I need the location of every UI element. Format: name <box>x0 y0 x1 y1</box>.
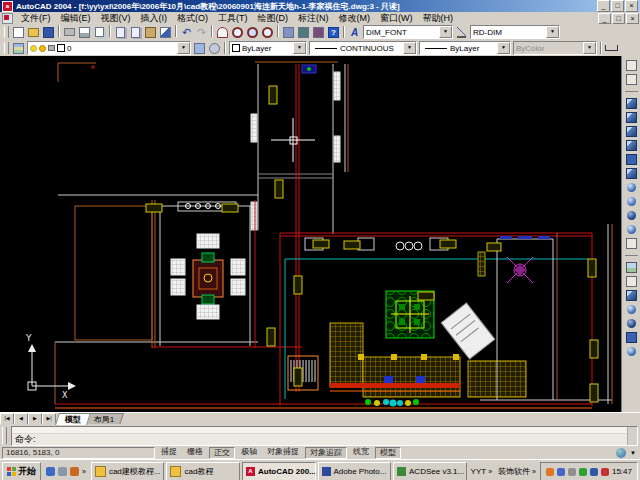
cut-icon[interactable] <box>113 25 128 39</box>
document-icon[interactable] <box>2 13 13 24</box>
scanner-icon[interactable] <box>568 468 576 476</box>
match-properties-icon[interactable] <box>158 25 173 39</box>
text-style-icon[interactable] <box>347 25 362 39</box>
volume-icon[interactable] <box>557 468 565 476</box>
chevron-down-icon[interactable]: ▼ <box>403 42 416 54</box>
toggle-对象追踪[interactable]: 对象追踪 <box>305 447 347 459</box>
chevron-icon[interactable]: » <box>82 468 86 475</box>
toggle-栅格[interactable]: 栅格 <box>183 447 207 457</box>
toolbar-grip[interactable] <box>4 26 9 38</box>
command-prompt[interactable]: 命令: <box>12 434 637 445</box>
menu-item-4[interactable]: 格式(O) <box>172 13 213 23</box>
tool-palettes-icon[interactable] <box>311 25 326 39</box>
help-icon[interactable] <box>326 25 341 39</box>
lineweight-combo[interactable]: ByLayer ▼ <box>419 41 511 55</box>
dim-style-icon[interactable] <box>454 25 469 39</box>
communication-center-icon[interactable] <box>616 448 626 458</box>
make-object-layer-current-icon[interactable] <box>192 41 207 55</box>
zoom-previous-icon[interactable] <box>260 25 275 39</box>
sw-isometric-icon[interactable] <box>624 96 639 110</box>
scenes-icon[interactable] <box>624 274 639 288</box>
menu-item-5[interactable]: 工具(T) <box>213 13 253 23</box>
render-box-icon[interactable] <box>624 288 639 302</box>
show-desktop-icon[interactable] <box>58 467 67 476</box>
publish-icon[interactable] <box>92 25 107 39</box>
gouraud-shaded-edges-icon[interactable] <box>624 222 639 236</box>
chevron-icon[interactable]: » <box>532 468 536 475</box>
toggle-模型[interactable]: 模型 <box>375 447 401 459</box>
save-icon[interactable] <box>41 25 56 39</box>
lights-icon[interactable] <box>624 302 639 316</box>
menu-item-10[interactable]: 帮助(H) <box>418 13 459 23</box>
messenger-icon[interactable] <box>601 468 609 476</box>
pan-realtime-icon[interactable] <box>215 25 230 39</box>
chevron-icon[interactable]: » <box>488 468 492 475</box>
background-icon[interactable] <box>624 344 639 358</box>
hide-icon[interactable] <box>624 152 639 166</box>
drawing-area[interactable]: YX <box>0 56 640 412</box>
firewall-shield-icon[interactable] <box>590 468 598 476</box>
menu-item-1[interactable]: 编辑(E) <box>56 13 96 23</box>
media-player-icon[interactable] <box>70 467 79 476</box>
status-menu-arrow-icon[interactable]: ▼ <box>628 450 638 456</box>
mapping-icon[interactable] <box>624 330 639 344</box>
design-center-icon[interactable] <box>296 25 311 39</box>
doc-close-button[interactable]: × <box>626 13 639 24</box>
linear-dimension-icon[interactable] <box>604 41 619 55</box>
layer-properties-icon[interactable] <box>11 41 26 55</box>
input-method-icon[interactable] <box>546 468 554 476</box>
chevron-down-icon[interactable]: ▼ <box>293 42 306 54</box>
menu-item-7[interactable]: 标注(N) <box>293 13 334 23</box>
toggle-对象捕捉[interactable]: 对象捕捉 <box>263 447 303 457</box>
color-control-combo[interactable]: ByLayer ▼ <box>229 41 307 55</box>
restore-button[interactable]: □ <box>611 0 624 12</box>
properties-icon[interactable] <box>281 25 296 39</box>
menu-item-9[interactable]: 窗口(W) <box>375 13 418 23</box>
taskbar-button-3[interactable]: Adobe Photo... <box>318 462 392 480</box>
copy-icon[interactable] <box>128 25 143 39</box>
camera-view-icon[interactable] <box>624 72 639 86</box>
menu-item-3[interactable]: 插入(I) <box>136 13 173 23</box>
command-window[interactable]: 命令: <box>11 426 638 446</box>
command-window-grip[interactable] <box>2 427 7 444</box>
taskbar-button-1[interactable]: cad教程 <box>166 462 240 480</box>
nw-isometric-icon[interactable] <box>624 138 639 152</box>
layer-combo[interactable]: 0 ▼ <box>27 41 191 55</box>
chevron-down-icon[interactable]: ▼ <box>177 42 190 54</box>
menu-item-8[interactable]: 修改(M) <box>334 13 376 23</box>
toolbar-grip[interactable] <box>4 42 9 54</box>
toggle-极轴[interactable]: 极轴 <box>237 447 261 457</box>
print-preview-icon[interactable] <box>77 25 92 39</box>
text-style-combo[interactable]: DIM_FONT ▼ <box>363 25 453 39</box>
chevron-down-icon[interactable]: ▼ <box>439 26 452 38</box>
redo-icon[interactable] <box>194 25 209 39</box>
linetype-combo[interactable]: CONTINUOUS ▼ <box>309 41 417 55</box>
undo-icon[interactable] <box>179 25 194 39</box>
taskbar-toolbar-1[interactable]: 装饰软件» <box>496 466 538 477</box>
layer-previous-icon[interactable] <box>207 41 222 55</box>
plot-icon[interactable] <box>62 25 77 39</box>
toggle-线宽[interactable]: 线宽 <box>349 447 373 457</box>
floor-plan-canvas[interactable]: YX <box>0 56 621 412</box>
paste-icon[interactable] <box>143 25 158 39</box>
layer-lock-icon[interactable] <box>48 45 55 51</box>
toggle-捕捉[interactable]: 捕捉 <box>157 447 181 457</box>
gouraud-shaded-icon[interactable] <box>624 194 639 208</box>
named-views-icon[interactable] <box>624 58 639 72</box>
render-image-icon[interactable] <box>624 260 639 274</box>
toggle-正交[interactable]: 正交 <box>209 447 235 459</box>
chevron-down-icon[interactable]: ▼ <box>546 26 559 38</box>
se-isometric-icon[interactable] <box>624 110 639 124</box>
flat-shaded-edges-icon[interactable] <box>624 208 639 222</box>
menu-item-2[interactable]: 视图(V) <box>96 13 136 23</box>
tab-model[interactable]: 模型 <box>55 413 91 425</box>
start-button[interactable]: 开始 <box>2 462 41 480</box>
layer-freeze-sun-icon[interactable] <box>39 45 46 52</box>
close-button[interactable]: × <box>625 0 638 12</box>
doc-minimize-button[interactable]: _ <box>598 13 611 24</box>
doc-restore-button[interactable]: □ <box>612 13 625 24</box>
3d-orbit-icon[interactable] <box>624 236 639 250</box>
internet-explorer-icon[interactable] <box>46 467 55 476</box>
download-manager-icon[interactable] <box>579 468 587 476</box>
materials-icon[interactable] <box>624 316 639 330</box>
